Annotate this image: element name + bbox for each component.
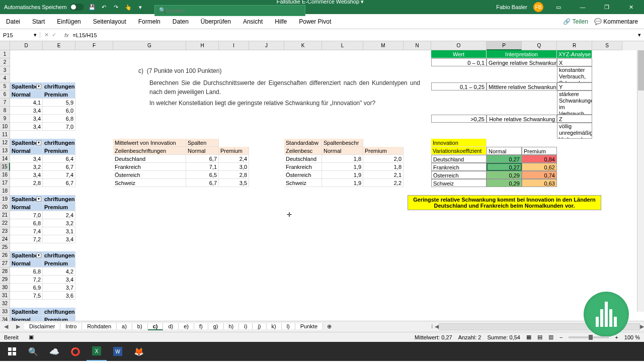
cell-P15[interactable]: 0,27 (487, 163, 522, 171)
cell-I16[interactable]: 2,8 (219, 171, 249, 179)
col-header-D[interactable]: D (10, 41, 43, 50)
zoom-in-icon[interactable]: + (615, 334, 618, 340)
tab-hilfe[interactable]: Hilfe (269, 14, 293, 29)
cell-D29[interactable]: 7,2 (10, 276, 43, 284)
cell-R9[interactable]: Z (557, 115, 592, 123)
tab-seitenlayout[interactable]: Seitenlayout (87, 14, 132, 29)
tab-daten[interactable]: Daten (167, 14, 195, 29)
row-header-2[interactable]: 2 (0, 58, 10, 66)
cell-H15[interactable]: 7,1 (186, 163, 219, 171)
cell-H13[interactable]: Normal (186, 147, 219, 155)
document-title[interactable]: Fallstudie E-Commerce Webshop (277, 0, 359, 5)
grid[interactable]: DEFGHIJKLMNOPQRS 12345678910111213141516… (0, 41, 644, 321)
row-header-13[interactable]: 13 (0, 147, 10, 155)
cell-P16[interactable]: 0,29 (487, 171, 522, 179)
row-header-10[interactable]: 10 (0, 123, 10, 131)
cell-D12[interactable]: ▼ (10, 139, 43, 147)
col-header-E[interactable]: E (43, 41, 75, 50)
sheet-tab-j[interactable]: j) (253, 323, 266, 329)
name-box-input[interactable] (3, 32, 34, 38)
tab-ansicht[interactable]: Ansicht (237, 14, 269, 29)
confirm-formula-icon[interactable]: ✓ (52, 32, 56, 38)
word-taskbar-icon[interactable]: W (108, 342, 128, 361)
sheet-tab-e[interactable]: e) (179, 323, 194, 329)
cell-K15[interactable]: Frankreich (284, 163, 322, 171)
cell-O2[interactable]: 0 – 0,1 (431, 58, 487, 66)
cell-R10[interactable]: völlig unregelmäßiger Verbrauch (557, 123, 592, 139)
row-header-17[interactable]: 17 (0, 179, 10, 187)
qat-dropdown-icon[interactable]: ▾ (136, 3, 144, 11)
cell-Q14[interactable]: 0,84 (522, 155, 557, 163)
tab-powerpivot[interactable]: Power Pivot (293, 14, 337, 29)
cell-E12[interactable]: chriftungen (43, 139, 75, 147)
touch-icon[interactable]: 👆 (124, 3, 132, 11)
cell-R6[interactable]: stärkere Schwankungen im Verbrauch, meis… (557, 90, 592, 115)
cell-D28[interactable]: 6,8 (10, 267, 43, 276)
cell-D34[interactable]: Normal (10, 316, 43, 321)
cell-E34[interactable]: Premium (43, 316, 75, 321)
user-avatar[interactable]: FB (533, 2, 543, 12)
col-header-L[interactable]: L (322, 41, 363, 50)
cell-E24[interactable]: 3,4 (43, 235, 75, 243)
tab-datei[interactable]: Datei (0, 14, 26, 29)
cell-G16[interactable]: Österreich (113, 171, 186, 179)
row-header-9[interactable]: 9 (0, 115, 10, 123)
undo-icon[interactable]: ↶ (100, 3, 108, 11)
row-header-6[interactable]: 6 (0, 90, 10, 99)
ribbon-mode-icon[interactable]: ▭ (549, 0, 568, 14)
row-header-7[interactable]: 7 (0, 99, 10, 107)
row-header-3[interactable]: 3 (0, 66, 10, 74)
cell-E26[interactable]: chriftungen (43, 251, 75, 259)
cell-E30[interactable]: 3,7 (43, 284, 75, 292)
search-taskbar-icon[interactable]: 🔍 (23, 342, 43, 361)
row-header-19[interactable]: 19 (0, 195, 10, 203)
zoom-out-icon[interactable]: − (559, 334, 562, 340)
cell-R1[interactable]: XYZ-Analyse (557, 50, 592, 58)
sheet-tab-Punkte[interactable]: Punkte (295, 323, 323, 329)
sheet-tab-k[interactable]: k) (267, 323, 282, 329)
cell-D7[interactable]: 4,1 (10, 99, 43, 107)
tab-formeln[interactable]: Formeln (132, 14, 167, 29)
cell-O13[interactable]: Variationskoeffizient (431, 147, 487, 155)
cell-E27[interactable]: Premium (43, 259, 75, 267)
cell-P2[interactable]: Geringe relative Schwankung (487, 58, 557, 66)
cell-L13[interactable]: Normal (322, 147, 363, 155)
cell-P13[interactable]: Normal (487, 147, 522, 155)
sheet-tab-g[interactable]: g) (208, 323, 224, 329)
cell-E33[interactable]: chriftungen (43, 308, 75, 316)
tab-ueberpruefen[interactable]: Überprüfen (195, 14, 237, 29)
excel-taskbar-icon[interactable]: X (87, 342, 107, 361)
cell-D23[interactable]: 7,4 (10, 227, 43, 235)
cell-P5[interactable]: Mittlere relative Schwankung (487, 82, 557, 90)
cell-E19[interactable]: chriftungen (43, 195, 75, 203)
sheet-nav-next-icon[interactable]: ▶ (12, 323, 24, 330)
cell-M14[interactable]: 2,0 (363, 155, 404, 163)
col-header-K[interactable]: K (284, 41, 322, 50)
cell-E15[interactable]: 6,7 (43, 163, 75, 171)
cell-E28[interactable]: 4,2 (43, 267, 75, 276)
start-icon[interactable] (2, 342, 22, 361)
sheet-tab-a[interactable]: a) (117, 323, 132, 329)
autosave-toggle[interactable]: Automatisches Speichern (4, 4, 84, 11)
col-header-M[interactable]: M (363, 41, 404, 50)
cell-D19[interactable]: ▼ (10, 195, 43, 203)
sheet-tab-Disclaimer[interactable]: Disclaimer (24, 323, 60, 329)
cell-D5[interactable]: ▼ (10, 82, 43, 90)
row-header-4[interactable]: 4 (0, 74, 10, 82)
row-header-33[interactable]: 33 (0, 308, 10, 316)
cell-Q16[interactable]: 0,74 (522, 171, 557, 179)
row-header-12[interactable]: 12 (0, 139, 10, 147)
cell-K16[interactable]: Österreich (284, 171, 322, 179)
cell-E5[interactable]: chriftungen (43, 82, 75, 90)
cell-G14[interactable]: Deutschland (113, 155, 186, 163)
cell-H17[interactable]: 6,7 (186, 179, 219, 187)
sheet-tab-l[interactable]: l) (282, 323, 295, 329)
name-box[interactable]: ▾ (0, 32, 40, 38)
cell-K14[interactable]: Deutschland (284, 155, 322, 163)
row-header-21[interactable]: 21 (0, 211, 10, 219)
row-header-31[interactable]: 31 (0, 292, 10, 300)
cell-E16[interactable]: 7,4 (43, 171, 75, 179)
sheet-tab-b[interactable]: b) (132, 323, 148, 329)
share-button[interactable]: 🔗 Teilen (563, 18, 588, 25)
cell-L15[interactable]: 1,9 (322, 163, 363, 171)
